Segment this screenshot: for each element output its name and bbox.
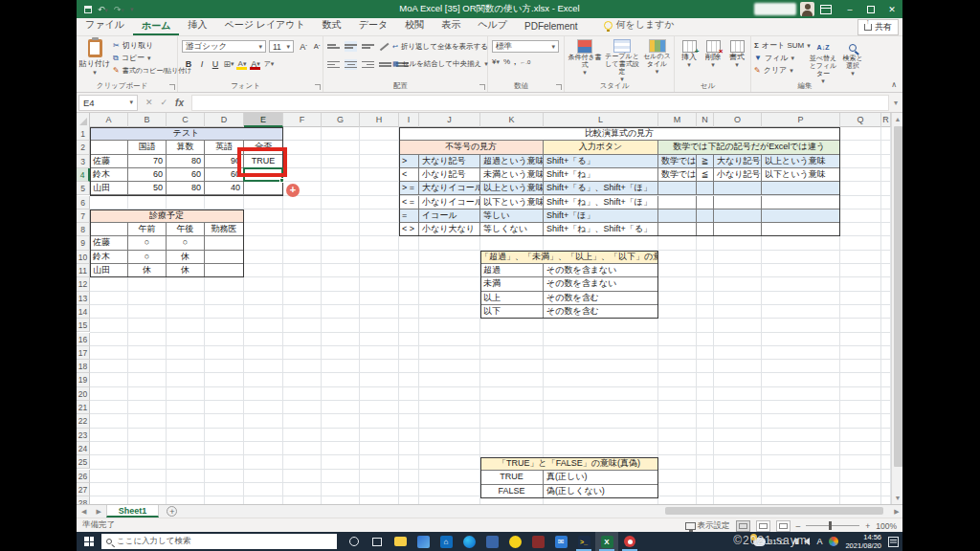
- normal-view-button[interactable]: [736, 520, 750, 532]
- redo-button[interactable]: ↷▾: [114, 5, 124, 14]
- ribbon-tab-ヘルプ[interactable]: ヘルプ: [469, 15, 516, 35]
- ribbon-tab-表示[interactable]: 表示: [433, 15, 469, 35]
- borders-button[interactable]: ⊞▾: [222, 57, 235, 70]
- row-header-27[interactable]: 27: [77, 483, 90, 496]
- minimize-button[interactable]: –: [839, 0, 860, 18]
- display-settings-button[interactable]: 表示設定: [685, 520, 730, 532]
- table-imi-cell[interactable]: その数を含む: [544, 305, 658, 319]
- row-header-10[interactable]: 10: [77, 251, 90, 264]
- table-hikaku-cell[interactable]: 以下という意味: [762, 168, 840, 182]
- row-header-11[interactable]: 11: [77, 264, 90, 277]
- row-header-16[interactable]: 16: [77, 333, 90, 346]
- table-shinryo-header[interactable]: 午後: [167, 223, 205, 236]
- taskbar-search-input[interactable]: ここに入力して検索: [101, 534, 337, 549]
- column-header-O[interactable]: O: [714, 113, 762, 127]
- table-truefalse-title[interactable]: 「TRUE」と「FALSE」の意味(真偽): [480, 457, 658, 471]
- increase-decimal-button[interactable]: ←.0: [520, 59, 530, 65]
- delete-cells-button[interactable]: × 削除▾: [702, 40, 724, 69]
- table-test-cell[interactable]: 80: [167, 182, 205, 195]
- clear-button[interactable]: ✎クリア▾: [754, 64, 811, 77]
- ribbon-tab-校閲[interactable]: 校閲: [396, 15, 433, 35]
- table-test-cell[interactable]: 80: [167, 155, 205, 168]
- italic-button[interactable]: I: [195, 57, 209, 70]
- start-button[interactable]: [77, 532, 101, 551]
- ribbon-display-options-icon[interactable]: [820, 5, 832, 14]
- column-header-G[interactable]: G: [322, 113, 360, 127]
- row-header-18[interactable]: 18: [77, 360, 90, 373]
- select-all-corner[interactable]: [77, 113, 90, 127]
- shrink-font-button[interactable]: Aˇ: [310, 40, 323, 53]
- column-header-H[interactable]: H: [360, 113, 399, 127]
- powershell-icon[interactable]: >_: [572, 532, 595, 551]
- excel-icon[interactable]: X: [595, 532, 618, 551]
- column-header-C[interactable]: C: [167, 113, 205, 127]
- column-header-D[interactable]: D: [205, 113, 244, 127]
- row-header-26[interactable]: 26: [77, 470, 90, 483]
- autosum-button[interactable]: Σオート SUM▾: [754, 39, 811, 52]
- table-hikaku-cell[interactable]: [658, 209, 697, 223]
- table-hikaku-cell[interactable]: 大なりイコール: [419, 182, 480, 195]
- align-top-icon[interactable]: [327, 41, 340, 52]
- table-hikaku-cell[interactable]: [762, 182, 840, 195]
- orientation-button[interactable]: [379, 41, 391, 52]
- row-header-14[interactable]: 14: [77, 305, 90, 319]
- row-header-22[interactable]: 22: [77, 414, 90, 428]
- row-header-2[interactable]: 2: [77, 141, 90, 154]
- tell-me-search[interactable]: 何をしますか: [587, 15, 682, 35]
- table-imi-cell[interactable]: その数を含まない: [544, 264, 658, 277]
- ribbon-tab-数式[interactable]: 数式: [314, 15, 350, 35]
- format-as-table-button[interactable]: テーブルとして書式設定▾: [603, 39, 641, 83]
- table-hikaku-cell[interactable]: 等しくない: [480, 223, 544, 236]
- table-hikaku-cell[interactable]: 以上という意味: [480, 182, 544, 195]
- table-shinryo-cell[interactable]: 佐藤: [90, 236, 128, 250]
- row-header-17[interactable]: 17: [77, 346, 90, 360]
- table-hikaku-cell[interactable]: 小なり記号: [714, 168, 762, 182]
- page-break-view-button[interactable]: [776, 520, 791, 532]
- share-button[interactable]: 共有: [858, 19, 899, 35]
- close-button[interactable]: ✕: [881, 0, 902, 18]
- table-hikaku-cell[interactable]: Shift+「ね」: [544, 168, 658, 182]
- column-header-Q[interactable]: Q: [840, 113, 881, 127]
- table-imi-title[interactable]: 「超過」、「未満」、「以上」、「以下」の意味: [480, 251, 658, 264]
- undo-button[interactable]: ↶▾: [98, 5, 108, 14]
- app-yellow-icon[interactable]: [503, 532, 526, 551]
- table-shinryo-header[interactable]: 午前: [128, 223, 167, 236]
- task-view-icon[interactable]: [366, 532, 389, 551]
- table-test-cell[interactable]: 70: [128, 155, 167, 168]
- app-blue-icon[interactable]: [480, 532, 503, 551]
- photos-icon[interactable]: [412, 532, 434, 551]
- ribbon-tab-ホーム[interactable]: ホーム: [133, 16, 179, 36]
- table-hikaku-cell[interactable]: イコール: [419, 209, 480, 223]
- sheet-grid[interactable]: 1234567891011121314151617181920212223242…: [77, 127, 891, 504]
- currency-format-button[interactable]: ¥▾: [492, 57, 500, 66]
- find-select-button[interactable]: 検索と選択▾: [839, 40, 866, 77]
- name-box[interactable]: E4▾: [78, 95, 138, 111]
- percent-style-button[interactable]: %: [503, 57, 510, 66]
- table-test-cell[interactable]: [244, 182, 283, 195]
- vertical-scrollbar[interactable]: ▲ ▼: [891, 113, 902, 504]
- row-header-4[interactable]: 4: [77, 168, 90, 182]
- table-shinryo-cell[interactable]: 休: [167, 251, 205, 264]
- column-header-P[interactable]: P: [762, 113, 840, 127]
- alignment-dialog-launcher[interactable]: [479, 84, 485, 90]
- table-hikaku-cell[interactable]: [697, 209, 714, 223]
- number-dialog-launcher[interactable]: [556, 84, 562, 90]
- column-header-A[interactable]: A: [90, 113, 128, 127]
- page-layout-view-button[interactable]: [756, 520, 770, 532]
- mail-icon[interactable]: ✉: [549, 532, 572, 551]
- table-test-header[interactable]: 算数: [167, 141, 205, 154]
- sheet-nav-right-icon[interactable]: ▶: [91, 508, 105, 516]
- table-imi-cell[interactable]: 以上: [480, 292, 544, 305]
- column-header-R[interactable]: R: [881, 113, 891, 127]
- merge-center-button[interactable]: ▦セルを結合して中央揃え▾: [392, 57, 488, 70]
- table-hikaku-cell[interactable]: [697, 223, 714, 236]
- table-hikaku-cell[interactable]: 数学では: [658, 155, 697, 168]
- row-header-7[interactable]: 7: [77, 209, 90, 223]
- format-cells-button[interactable]: 書式▾: [725, 40, 748, 69]
- table-truefalse-cell[interactable]: TRUE: [480, 471, 544, 484]
- table-test-title[interactable]: テスト: [90, 127, 283, 141]
- table-hikaku-cell[interactable]: 小なりイコール: [419, 196, 480, 209]
- row-header-28[interactable]: 28: [77, 496, 90, 504]
- row-header-23[interactable]: 23: [77, 429, 90, 442]
- table-hikaku-cell[interactable]: [697, 182, 714, 195]
